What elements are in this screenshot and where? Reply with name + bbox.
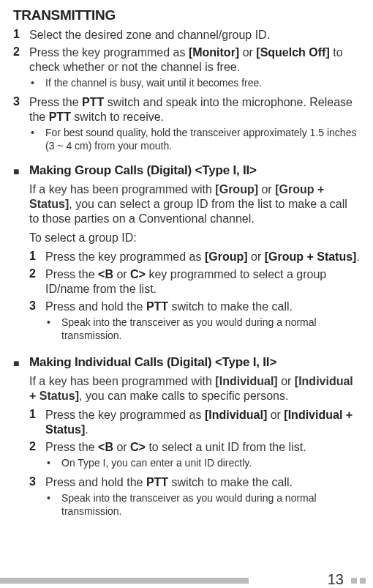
bullet-list: • Speak into the transceiver as you woul… bbox=[45, 491, 360, 518]
section-step-2: 2 Press the <B or C> to select a unit ID… bbox=[29, 440, 360, 472]
section-title: Making Individual Calls (Digital) <Type … bbox=[29, 355, 360, 370]
section-individual-calls: ■ Making Individual Calls (Digital) <Typ… bbox=[13, 355, 360, 524]
bullet-item: • Speak into the transceiver as you woul… bbox=[45, 316, 360, 342]
step-number: 2 bbox=[13, 45, 29, 92]
footer-square-icon bbox=[360, 578, 366, 584]
bullet-list: • On Type I, you can enter a unit ID dir… bbox=[45, 456, 306, 469]
bullet-list: • For best sound quality, hold the trans… bbox=[29, 126, 360, 152]
page-footer: 13 bbox=[0, 569, 373, 588]
step-number: 3 bbox=[29, 475, 45, 521]
page-content: TRANSMITTING 1 Select the desired zone a… bbox=[0, 0, 373, 524]
footer-bar-icon bbox=[0, 578, 249, 584]
bullet-text: On Type I, you can enter a unit ID direc… bbox=[61, 456, 252, 469]
bullet-dot-icon: • bbox=[45, 491, 61, 518]
footer-square-icon bbox=[351, 578, 357, 584]
bullet-text: Speak into the transceiver as you would … bbox=[61, 491, 360, 518]
step-3: 3 Press the PTT switch and speak into th… bbox=[13, 95, 360, 155]
step-text: Press and hold the PTT switch to make th… bbox=[45, 299, 360, 345]
bullet-dot-icon: • bbox=[29, 76, 45, 89]
section-step-3: 3 Press and hold the PTT switch to make … bbox=[29, 475, 360, 521]
bullet-dot-icon: • bbox=[29, 126, 45, 152]
step-text: Press the <B or C> key programmed to sel… bbox=[45, 267, 360, 297]
section-step-1: 1 Press the key programmed as [Group] or… bbox=[29, 250, 360, 264]
bullet-item: • For best sound quality, hold the trans… bbox=[29, 126, 360, 152]
section-step-2: 2 Press the <B or C> key programmed to s… bbox=[29, 267, 360, 297]
section-step-3: 3 Press and hold the PTT switch to make … bbox=[29, 299, 360, 345]
step-number: 2 bbox=[29, 267, 45, 297]
step-number: 2 bbox=[29, 440, 45, 472]
step-number: 1 bbox=[13, 28, 29, 42]
step-text: Select the desired zone and channel/grou… bbox=[29, 28, 270, 42]
bullet-item: • Speak into the transceiver as you woul… bbox=[45, 491, 360, 518]
bullet-dot-icon: • bbox=[45, 316, 61, 342]
bullet-item: • If the channel is busy, wait until it … bbox=[29, 76, 360, 89]
step-number: 1 bbox=[29, 408, 45, 437]
main-step-list: 1 Select the desired zone and channel/gr… bbox=[13, 28, 360, 156]
section-intro: If a key has been programmed with [Indiv… bbox=[29, 374, 360, 403]
bullet-text: Speak into the transceiver as you would … bbox=[61, 316, 360, 342]
step-text: Press the PTT switch and speak into the … bbox=[29, 95, 360, 155]
section-step-list: 1 Press the key programmed as [Group] or… bbox=[29, 250, 360, 345]
bullet-list: • If the channel is busy, wait until it … bbox=[29, 76, 360, 89]
page-title: TRANSMITTING bbox=[13, 7, 360, 23]
section-marker-icon: ■ bbox=[13, 355, 29, 524]
bullet-item: • On Type I, you can enter a unit ID dir… bbox=[45, 456, 306, 469]
step-text: Press the key programmed as [Monitor] or… bbox=[29, 45, 360, 92]
step-number: 1 bbox=[29, 250, 45, 264]
step-text: Press the key programmed as [Group] or [… bbox=[45, 250, 360, 264]
bullet-list: • Speak into the transceiver as you woul… bbox=[45, 316, 360, 342]
bullet-text: If the channel is busy, wait until it be… bbox=[45, 76, 262, 89]
page-number: 13 bbox=[328, 571, 344, 588]
step-2: 2 Press the key programmed as [Monitor] … bbox=[13, 45, 360, 92]
section-marker-icon: ■ bbox=[13, 163, 29, 348]
step-number: 3 bbox=[13, 95, 29, 155]
step-number: 3 bbox=[29, 299, 45, 345]
step-text: Press the <B or C> to select a unit ID f… bbox=[45, 440, 306, 472]
bullet-dot-icon: • bbox=[45, 456, 61, 469]
step-1: 1 Select the desired zone and channel/gr… bbox=[13, 28, 360, 42]
section-lead: To select a group ID: bbox=[29, 231, 360, 245]
section-title: Making Group Calls (Digital) <Type I, II… bbox=[29, 163, 360, 178]
section-step-1: 1 Press the key programmed as [Individua… bbox=[29, 408, 360, 437]
section-intro: If a key has been programmed with [Group… bbox=[29, 182, 360, 226]
step-text: Press and hold the PTT switch to make th… bbox=[45, 475, 360, 521]
step-text: Press the key programmed as [Individual]… bbox=[45, 408, 360, 437]
section-step-list: 1 Press the key programmed as [Individua… bbox=[29, 408, 360, 521]
bullet-text: For best sound quality, hold the transce… bbox=[45, 126, 360, 152]
section-group-calls: ■ Making Group Calls (Digital) <Type I, … bbox=[13, 163, 360, 348]
